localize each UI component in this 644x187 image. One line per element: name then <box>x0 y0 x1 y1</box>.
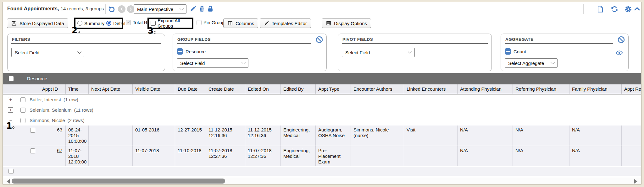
refresh-icon[interactable] <box>611 5 618 13</box>
row-checkbox[interactable] <box>30 128 35 133</box>
column-header-edited-on[interactable]: Edited On <box>245 84 281 94</box>
scroll-right-icon[interactable] <box>634 179 637 184</box>
group-checkbox[interactable] <box>20 118 25 123</box>
lock-perspective-icon[interactable] <box>207 5 214 13</box>
group-name: Simmons, Nicole <box>30 118 65 123</box>
delete-perspective-icon[interactable] <box>198 5 206 13</box>
group-row-selenium: + Selenium, Selenium (11 rows) <box>3 105 641 115</box>
remove-field-icon[interactable] <box>177 48 183 55</box>
group-checkbox[interactable] <box>20 97 25 102</box>
columns-label: Columns <box>236 21 254 26</box>
pivot-fields-title: PIVOT FIELDS <box>342 37 488 44</box>
visibility-eye-icon[interactable] <box>615 49 623 58</box>
cell-edited-on: 11-12-2015 12:16:36 <box>245 126 281 146</box>
cell-edited-by: Engineering, Medical <box>281 126 316 146</box>
annotation-marker-3: 3 <box>148 27 156 35</box>
select-all-checkbox[interactable] <box>9 76 14 81</box>
column-header-linked-encounters[interactable]: Linked Encounters <box>404 84 458 94</box>
cell-time: 08-24-2015 10:00:00 <box>66 126 89 146</box>
cell-referring-physician: N/A <box>513 126 569 146</box>
remove-aggregate-icon[interactable] <box>505 48 511 55</box>
perspective-select[interactable]: Main Perspective <box>134 4 186 14</box>
store-displayed-data-button[interactable]: Store Displayed Data <box>7 19 68 28</box>
pencil-icon <box>264 21 269 26</box>
clear-aggregate-icon[interactable] <box>617 36 625 45</box>
footer-checkbox[interactable] <box>8 169 14 174</box>
group-field-select[interactable]: Select Field <box>177 58 248 68</box>
column-header-attending-physician[interactable]: Attending Physician <box>458 84 513 94</box>
field-panels: FILTERS Select Field GROUP FIELDS Resour… <box>3 30 641 73</box>
filters-title: FILTERS <box>11 37 161 44</box>
group-checkbox[interactable] <box>20 108 25 113</box>
expand-all-groups-checkbox[interactable] <box>151 21 156 26</box>
cell-edited-on: 11-07-2018 12:27:36 <box>245 146 281 166</box>
expand-plus-icon[interactable]: + <box>8 97 13 102</box>
title-bar: Found Appointments,14 records, 3 groups … <box>3 2 641 16</box>
detail-label: Detail <box>113 21 125 26</box>
cell-appt-re <box>622 126 641 146</box>
aggregate-title: AGGREGATE <box>505 37 613 44</box>
page-title: Found Appointments,14 records, 3 groups <box>7 6 104 12</box>
column-header-family-physician[interactable]: Family Physician <box>569 84 622 94</box>
expand-plus-icon[interactable]: + <box>8 107 13 113</box>
column-header-due-date[interactable]: Due Date <box>175 84 206 94</box>
display-options-button[interactable]: Display Options <box>322 19 371 28</box>
cell-appt-type: Audiogram, OSHA Noise <box>316 126 351 146</box>
cell-next-apt-date <box>89 126 133 146</box>
columns-button[interactable]: Columns <box>223 19 258 28</box>
column-header-next-apt-date[interactable]: Next Apt Date <box>89 84 133 94</box>
table-row: 63 08-24-2015 10:00:00 01-05-2016 12-27-… <box>3 126 641 146</box>
scroll-left-icon[interactable] <box>7 179 10 184</box>
titlebar-divider <box>105 4 106 14</box>
titlebar-right-divider <box>583 4 584 14</box>
filters-field-select[interactable]: Select Field <box>11 48 84 57</box>
column-header-visible-date[interactable]: Visible Date <box>133 84 175 94</box>
prev-perspective-icon[interactable] <box>118 5 125 13</box>
aggregate-panel: AGGREGATE Count Select Aggregate <box>501 34 629 71</box>
column-header-edited-by[interactable]: Edited By <box>281 84 316 94</box>
column-header-encounter-authors[interactable]: Encounter Authors <box>351 84 404 94</box>
settings-gear-icon[interactable] <box>625 5 632 13</box>
row-checkbox[interactable] <box>30 148 35 153</box>
templates-editor-button[interactable]: Templates Editor <box>260 19 311 28</box>
aggregate-select[interactable]: Select Aggregate <box>505 58 558 68</box>
new-document-icon[interactable] <box>597 5 604 13</box>
scrollbar-thumb[interactable] <box>12 179 225 184</box>
group-field-chip-label: Resource <box>186 49 206 54</box>
pin-groups-control: Pin Groups <box>197 20 227 25</box>
pivot-field-select[interactable]: Select Field <box>342 48 415 57</box>
clear-group-fields-icon[interactable] <box>315 36 323 45</box>
cell-due-date: 12-27-2015 <box>175 126 206 146</box>
collapse-chevron-up-icon[interactable] <box>634 5 641 13</box>
cell-time: 11-07-2018 12:00:00 <box>66 146 89 166</box>
pin-groups-checkbox[interactable] <box>197 20 202 25</box>
horizontal-scrollbar[interactable] <box>3 178 641 184</box>
cell-attending-physician: N/A <box>458 146 513 166</box>
toolbar: Store Displayed Data Summary Detail Tota… <box>3 16 641 30</box>
column-header-appt-id[interactable]: Appt ID <box>3 84 66 94</box>
filters-field-select-value: Select Field <box>15 50 39 55</box>
total-row-checkbox[interactable] <box>126 20 131 25</box>
summary-radio[interactable] <box>77 21 82 26</box>
edit-perspective-icon[interactable] <box>190 5 197 13</box>
page-title-text: Found Appointments, <box>7 6 59 11</box>
annotation-marker-2: 2 <box>72 26 80 34</box>
column-header-create-date[interactable]: Create Date <box>206 84 245 94</box>
column-header-appt-re[interactable]: Appt Re <box>622 84 641 94</box>
chevron-down-icon <box>77 50 81 54</box>
cell-appt-type: Pre-Placement Exam <box>316 146 351 166</box>
appt-id-link[interactable]: 63 <box>57 127 62 132</box>
column-header-time[interactable]: Time <box>66 84 89 94</box>
perspective-select-value: Main Perspective <box>137 7 173 12</box>
cell-family-physician: N/A <box>569 146 622 166</box>
column-header-appt-type[interactable]: Appt Type <box>316 84 351 94</box>
appt-id-link[interactable]: 67 <box>57 148 62 153</box>
undo-icon[interactable] <box>108 5 115 13</box>
column-header-referring-physician[interactable]: Referring Physician <box>513 84 569 94</box>
record-summary: 14 records, 3 groups <box>61 6 104 11</box>
appointments-grid: Resource Appt ID Time Next Apt Date Visi… <box>3 73 641 184</box>
chevron-down-icon <box>408 50 412 54</box>
detail-radio[interactable] <box>106 21 111 26</box>
grid-footer-row <box>3 167 641 176</box>
chevron-down-icon <box>551 60 555 64</box>
